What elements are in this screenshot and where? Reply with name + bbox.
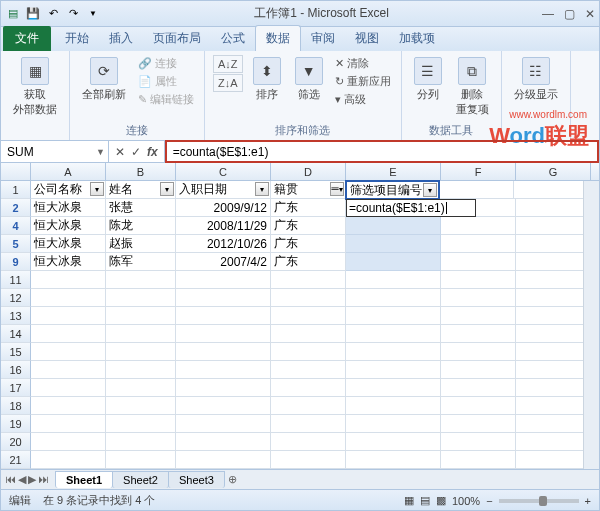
cell[interactable] [176,415,271,433]
cell[interactable] [346,379,441,397]
cell[interactable]: 广东 [271,235,346,253]
cell[interactable]: 广东 [271,217,346,235]
accept-formula-button[interactable]: ✓ [131,145,141,159]
cells-area[interactable]: 公司名称▾ 姓名▾ 入职日期▾ 籍贯𝍡▾ 筛选项目编号▾ 恒大冰泉 张慧 200… [31,181,599,469]
cell[interactable] [441,415,516,433]
cell[interactable]: 2007/4/2 [176,253,271,271]
cell[interactable] [346,217,441,235]
cell[interactable] [176,307,271,325]
col-header[interactable]: C [176,163,271,180]
cell[interactable]: 恒大冰泉 [31,253,106,271]
filter-dropdown-button[interactable]: ▾ [90,182,104,196]
cell[interactable] [516,451,591,469]
tab-review[interactable]: 审阅 [301,26,345,51]
sheet-nav-prev[interactable]: ◀ [18,473,26,486]
row-header[interactable]: 17 [1,379,31,397]
cell[interactable] [271,343,346,361]
connections-button[interactable]: 🔗连接 [136,55,196,72]
cell[interactable] [176,343,271,361]
cell[interactable] [106,307,176,325]
fx-button[interactable]: fx [147,145,158,159]
cell[interactable] [346,397,441,415]
cell[interactable]: 张慧 [106,199,176,217]
row-header[interactable]: 4 [1,217,31,235]
cell[interactable]: 筛选项目编号▾ [345,180,440,200]
cell[interactable] [176,325,271,343]
redo-icon[interactable]: ↷ [65,6,81,22]
sheet-tab[interactable]: Sheet1 [55,471,113,488]
cell[interactable] [441,289,516,307]
cell[interactable] [31,415,106,433]
sheet-tab[interactable]: Sheet3 [168,471,225,488]
col-header[interactable]: G [516,163,591,180]
cell[interactable]: 广东 [271,253,346,271]
new-sheet-button[interactable]: ⊕ [228,473,237,486]
filter-dropdown-button[interactable]: ▾ [255,182,269,196]
cell[interactable]: 广东 [271,199,346,217]
sort-asc-button[interactable]: A↓Z [213,55,243,73]
chevron-down-icon[interactable]: ▼ [96,147,105,157]
cell[interactable] [106,289,176,307]
cell[interactable] [271,379,346,397]
row-header[interactable]: 19 [1,415,31,433]
file-tab[interactable]: 文件 [3,26,51,51]
filter-button[interactable]: ▼ 筛选 [291,55,327,104]
cell[interactable] [106,325,176,343]
cell[interactable] [176,451,271,469]
cell[interactable] [441,343,516,361]
sheet-nav-first[interactable]: ⏮ [5,473,16,486]
cell[interactable] [271,325,346,343]
close-button[interactable]: ✕ [585,7,595,21]
select-all-corner[interactable] [1,163,31,180]
cell[interactable] [31,361,106,379]
cell[interactable] [516,361,591,379]
cell-editor[interactable]: =counta($E$1:e1) [346,199,476,217]
cell[interactable]: 陈军 [106,253,176,271]
row-header[interactable]: 20 [1,433,31,451]
cell[interactable] [441,433,516,451]
col-header[interactable]: A [31,163,106,180]
row-header[interactable]: 5 [1,235,31,253]
cell[interactable] [346,361,441,379]
cell[interactable] [516,379,591,397]
maximize-button[interactable]: ▢ [564,7,575,21]
tab-home[interactable]: 开始 [55,26,99,51]
get-external-data-button[interactable]: ▦ 获取 外部数据 [9,55,61,119]
cell[interactable] [516,235,591,253]
row-header[interactable]: 12 [1,289,31,307]
cell[interactable]: 公司名称▾ [31,181,106,199]
cell[interactable] [346,271,441,289]
cell[interactable]: 赵振 [106,235,176,253]
cell[interactable] [176,433,271,451]
view-layout-icon[interactable]: ▤ [420,494,430,507]
cell[interactable] [346,433,441,451]
cell[interactable] [271,451,346,469]
cell[interactable] [516,217,591,235]
cell[interactable] [516,325,591,343]
undo-icon[interactable]: ↶ [45,6,61,22]
refresh-all-button[interactable]: ⟳ 全部刷新 [78,55,130,104]
minimize-button[interactable]: ― [542,7,554,21]
row-header[interactable]: 15 [1,343,31,361]
cell[interactable] [31,289,106,307]
filter-dropdown-button[interactable]: 𝍡▾ [330,182,344,196]
sheet-tab[interactable]: Sheet2 [112,471,169,488]
cell[interactable] [271,289,346,307]
cell[interactable] [106,397,176,415]
view-pagebreak-icon[interactable]: ▩ [436,494,446,507]
tab-insert[interactable]: 插入 [99,26,143,51]
cell[interactable] [441,325,516,343]
cell[interactable] [441,253,516,271]
cell[interactable] [31,451,106,469]
cell[interactable] [516,343,591,361]
outline-button[interactable]: ☷ 分级显示 [510,55,562,104]
cell[interactable] [346,415,441,433]
spreadsheet-grid[interactable]: 1 2 4 5 9 11 12 13 14 15 16 17 18 19 20 … [1,181,599,469]
cell[interactable] [516,397,591,415]
cell[interactable] [441,307,516,325]
cell[interactable] [31,325,106,343]
cell[interactable] [271,415,346,433]
row-header[interactable]: 11 [1,271,31,289]
remove-duplicates-button[interactable]: ⧉ 删除 重复项 [452,55,493,119]
cell[interactable] [441,379,516,397]
